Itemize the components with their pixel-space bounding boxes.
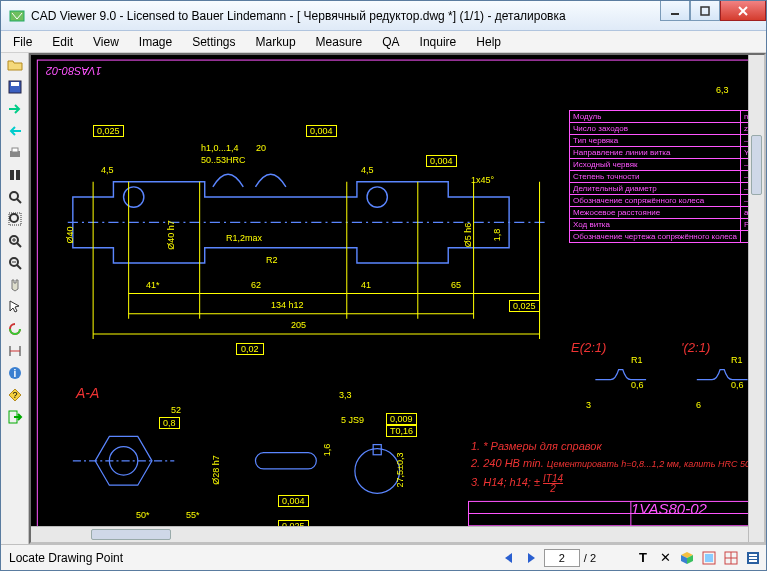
arrow-right-icon[interactable] <box>4 99 26 119</box>
detail-e-label: E(2:1) <box>571 340 606 355</box>
svg-rect-6 <box>11 82 19 86</box>
tol-002: 0,02 <box>236 343 264 355</box>
svg-rect-9 <box>10 170 14 180</box>
dim-63: 6,3 <box>716 85 729 95</box>
svg-rect-62 <box>705 554 713 562</box>
titlebar: CAD Viewer 9.0 - Licensed to Bauer Linde… <box>1 1 766 31</box>
tol-T016: T0,16 <box>386 425 417 437</box>
save-icon[interactable] <box>4 77 26 97</box>
dim-R1b: R1 <box>731 355 743 365</box>
menu-image[interactable]: Image <box>131 33 180 51</box>
select-icon[interactable] <box>4 297 26 317</box>
tol-004c: 0,004 <box>278 495 309 507</box>
dim-134: 134 h12 <box>271 300 304 310</box>
dim-hrc: 50..53HRC <box>201 155 246 165</box>
menu-file[interactable]: File <box>5 33 40 51</box>
dim-6: 6 <box>696 400 701 410</box>
svg-point-13 <box>10 214 18 222</box>
dim-50: 50* <box>136 510 150 520</box>
menu-help[interactable]: Help <box>468 33 509 51</box>
menu-markup[interactable]: Markup <box>248 33 304 51</box>
app-window: CAD Viewer 9.0 - Licensed to Bauer Linde… <box>0 0 767 571</box>
dim-41a: 41* <box>146 280 160 290</box>
help-icon[interactable]: ? <box>4 385 26 405</box>
statusbar: Locate Drawing Point / 2 T ✕ <box>1 544 766 570</box>
note2: 2. 240 НВ min. Цементировать h=0,8...1,2… <box>471 457 766 469</box>
dim-h10: h1,0...1,4 <box>201 143 239 153</box>
pan-icon[interactable] <box>4 275 26 295</box>
dim-06b: 0,6 <box>731 380 744 390</box>
measure-icon[interactable] <box>4 341 26 361</box>
tol-08: 0,8 <box>159 417 180 429</box>
part-number-top: 1VAS80-02 <box>46 65 102 77</box>
svg-rect-50 <box>373 445 381 455</box>
menu-settings[interactable]: Settings <box>184 33 243 51</box>
orbit-icon[interactable] <box>4 319 26 339</box>
zoom-extents-icon[interactable] <box>4 209 26 229</box>
svg-text:?: ? <box>12 390 17 400</box>
window-buttons <box>660 1 766 21</box>
svg-line-18 <box>17 243 21 247</box>
svg-point-49 <box>355 449 400 494</box>
view-3d-icon[interactable] <box>678 549 696 567</box>
dim-45b: 4,5 <box>361 165 374 175</box>
dim-028: Ø28 h7 <box>211 455 221 485</box>
properties-icon[interactable] <box>744 549 762 567</box>
dim-41b: 41 <box>361 280 371 290</box>
svg-rect-69 <box>749 560 757 562</box>
text-tool-icon[interactable]: T <box>634 549 652 567</box>
menu-edit[interactable]: Edit <box>44 33 81 51</box>
dim-040-2: Ø40 h7 <box>166 220 176 250</box>
dim-62: 62 <box>251 280 261 290</box>
status-text: Locate Drawing Point <box>5 551 496 565</box>
dim-205: 205 <box>291 320 306 330</box>
snap-off-icon[interactable]: ✕ <box>656 549 674 567</box>
detail-r-label: '(2:1) <box>681 340 710 355</box>
arrow-left-icon[interactable] <box>4 121 26 141</box>
dim-5js9: 5 JS9 <box>341 415 364 425</box>
menu-view[interactable]: View <box>85 33 127 51</box>
note3: 3. H14; h14; ± IT14 2 <box>471 474 563 493</box>
svg-text:i: i <box>13 368 16 379</box>
toolbar: i ? <box>1 53 29 544</box>
scrollbar-vertical[interactable] <box>748 55 764 542</box>
zoom-window-icon[interactable] <box>4 187 26 207</box>
scrollbar-horizontal[interactable] <box>31 526 748 542</box>
grid-icon[interactable] <box>722 549 740 567</box>
svg-rect-68 <box>749 557 757 559</box>
page-input[interactable] <box>544 549 580 567</box>
exit-icon[interactable] <box>4 407 26 427</box>
svg-rect-8 <box>12 148 18 152</box>
part-number-block: 1VAS80-02 <box>631 500 707 517</box>
dim-3: 3 <box>586 400 591 410</box>
info-icon[interactable]: i <box>4 363 26 383</box>
menu-qa[interactable]: QA <box>374 33 407 51</box>
close-button[interactable] <box>720 1 766 21</box>
svg-marker-56 <box>505 553 512 563</box>
note1: 1. * Размеры для справок <box>471 440 602 452</box>
layers-icon[interactable] <box>4 165 26 185</box>
menu-measure[interactable]: Measure <box>308 33 371 51</box>
minimize-button[interactable] <box>660 1 690 21</box>
zoom-in-icon[interactable] <box>4 231 26 251</box>
svg-point-32 <box>367 187 387 207</box>
dim-R12: R1,2max <box>226 233 262 243</box>
tol-0025b: 0,025 <box>509 300 540 312</box>
dim-275: 27,5±0,3 <box>395 453 405 488</box>
svg-rect-67 <box>749 554 757 556</box>
dim-040-1: Ø40 <box>65 226 75 243</box>
svg-line-12 <box>17 199 21 203</box>
drawing-canvas[interactable]: 1VAS80-02 A-A E(2:1) '(2:1) 134 h12 205 … <box>29 53 766 544</box>
zoom-out-icon[interactable] <box>4 253 26 273</box>
dim-R2: R2 <box>266 255 278 265</box>
prev-page-button[interactable] <box>500 549 518 567</box>
menu-inquire[interactable]: Inquire <box>412 33 465 51</box>
svg-point-31 <box>124 187 144 207</box>
tol-004: 0,004 <box>306 125 337 137</box>
next-page-button[interactable] <box>522 549 540 567</box>
layout-icon[interactable] <box>700 549 718 567</box>
maximize-button[interactable] <box>690 1 720 21</box>
open-icon[interactable] <box>4 55 26 75</box>
print-icon[interactable] <box>4 143 26 163</box>
svg-marker-57 <box>528 553 535 563</box>
